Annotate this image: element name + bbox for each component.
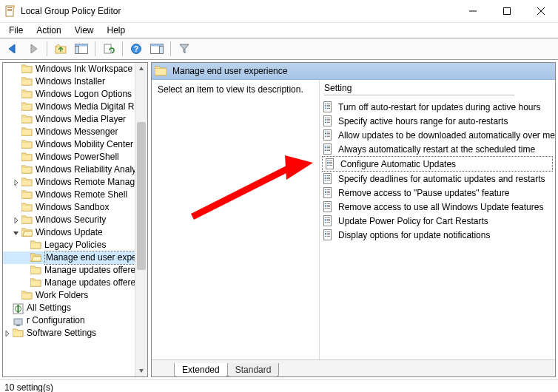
tree-item-label: Software Settings bbox=[27, 327, 96, 339]
svg-rect-68 bbox=[325, 177, 326, 178]
svg-rect-71 bbox=[327, 178, 330, 179]
help-icon[interactable]: ? bbox=[127, 40, 146, 58]
folder-icon bbox=[21, 190, 33, 200]
tree-item[interactable]: Windows Sandbox bbox=[3, 201, 147, 214]
svg-rect-76 bbox=[327, 189, 330, 190]
menu-action[interactable]: Action bbox=[30, 24, 67, 37]
tree-item[interactable]: Manage end user expe bbox=[3, 251, 147, 264]
folder-icon bbox=[21, 115, 33, 124]
close-button[interactable] bbox=[524, 0, 558, 22]
menu-help[interactable]: Help bbox=[101, 24, 132, 37]
setting-row[interactable]: Display options for update notifications bbox=[320, 228, 555, 242]
tree-item[interactable]: Software Settings bbox=[3, 327, 147, 339]
setting-row[interactable]: Update Power Policy for Cart Restarts bbox=[320, 214, 555, 228]
setting-label: Turn off auto-restart for updates during… bbox=[338, 102, 540, 112]
expander-placeholder bbox=[21, 254, 30, 263]
svg-rect-28 bbox=[327, 108, 330, 109]
setting-row[interactable]: Remove access to use all Windows Update … bbox=[320, 200, 555, 214]
tree-item[interactable]: Windows Mobility Center bbox=[3, 138, 147, 151]
tree-item[interactable]: Windows Remote Manage bbox=[3, 176, 147, 189]
setting-label: Update Power Policy for Cart Restarts bbox=[338, 216, 488, 226]
menu-view[interactable]: View bbox=[69, 24, 100, 37]
tree-item[interactable]: All Settings bbox=[3, 302, 147, 314]
setting-row[interactable]: Configure Automatic Updates bbox=[322, 156, 553, 172]
svg-rect-57 bbox=[327, 160, 329, 161]
tree-item[interactable]: r Configuration bbox=[3, 314, 147, 327]
setting-label: Remove access to "Pause updates" feature bbox=[338, 188, 509, 198]
tree-item[interactable]: Windows Reliability Analys bbox=[3, 163, 147, 176]
svg-rect-19 bbox=[16, 325, 20, 326]
tree-item[interactable]: Work Folders bbox=[3, 289, 147, 302]
folder-icon bbox=[30, 278, 41, 288]
svg-rect-35 bbox=[327, 121, 330, 121]
tree-item[interactable]: Windows Remote Shell bbox=[3, 189, 147, 201]
folder-icon bbox=[21, 165, 33, 175]
svg-rect-85 bbox=[327, 203, 330, 204]
tree-item[interactable]: Manage updates offere bbox=[3, 264, 147, 277]
show-hide-tree-icon[interactable] bbox=[72, 40, 91, 58]
expander-placeholder bbox=[12, 203, 21, 212]
tree-item-label: Windows Messenger bbox=[36, 126, 118, 138]
setting-row[interactable]: Remove access to "Pause updates" feature bbox=[320, 186, 555, 200]
setting-row[interactable]: Allow updates to be downloaded automatic… bbox=[320, 128, 555, 142]
tree-item[interactable]: Windows Update bbox=[3, 226, 147, 239]
svg-rect-106 bbox=[325, 234, 326, 235]
expander-placeholder bbox=[12, 128, 21, 137]
chevron-right-icon[interactable] bbox=[12, 178, 21, 187]
svg-rect-99 bbox=[325, 222, 326, 223]
tab-standard[interactable]: Standard bbox=[227, 363, 280, 377]
tree-item[interactable]: Manage updates offere bbox=[3, 277, 147, 289]
tree-item[interactable]: Windows Messenger bbox=[3, 126, 147, 138]
setting-row[interactable]: Turn off auto-restart for updates during… bbox=[320, 100, 555, 114]
tree-item-label: Windows Reliability Analys bbox=[36, 163, 141, 176]
app-icon bbox=[4, 5, 16, 17]
svg-rect-55 bbox=[327, 150, 330, 151]
tree-item[interactable]: Windows Installer bbox=[3, 75, 147, 88]
tree-item[interactable]: Windows Media Digital Rig bbox=[3, 101, 147, 113]
tree-scrollbar[interactable] bbox=[135, 63, 147, 376]
setting-row[interactable]: Specify deadlines for automatic updates … bbox=[320, 172, 555, 186]
tree-item[interactable]: Windows Media Player bbox=[3, 113, 147, 126]
menu-file[interactable]: File bbox=[3, 24, 29, 37]
svg-rect-39 bbox=[325, 132, 326, 132]
setting-row[interactable]: Specify active hours range for auto-rest… bbox=[320, 114, 555, 128]
svg-rect-94 bbox=[327, 217, 330, 218]
settings-column-header[interactable]: Setting bbox=[320, 80, 555, 98]
tree-item[interactable]: Legacy Policies bbox=[3, 239, 147, 251]
tree-item[interactable]: Windows Logon Options bbox=[3, 88, 147, 101]
window-titlebar: Local Group Policy Editor bbox=[0, 0, 558, 23]
tree-item[interactable]: Windows PowerShell bbox=[3, 151, 147, 163]
tree-item-label: r Configuration bbox=[27, 314, 85, 327]
tree-item[interactable]: Windows Security bbox=[3, 214, 147, 226]
maximize-button[interactable] bbox=[490, 0, 524, 22]
chevron-right-icon[interactable] bbox=[12, 216, 21, 225]
show-hide-action-icon[interactable] bbox=[147, 40, 167, 58]
scrollbar-thumb[interactable] bbox=[137, 122, 146, 270]
minimize-button[interactable] bbox=[456, 0, 490, 22]
back-icon[interactable] bbox=[3, 40, 22, 58]
scroll-up-icon[interactable] bbox=[135, 63, 147, 75]
tree-item[interactable]: Windows Ink Workspace bbox=[3, 63, 147, 75]
svg-rect-22 bbox=[327, 104, 330, 104]
refresh-icon[interactable] bbox=[99, 40, 118, 58]
policy-icon bbox=[323, 173, 334, 184]
up-folder-icon[interactable] bbox=[51, 40, 70, 58]
tab-extended[interactable]: Extended bbox=[174, 363, 228, 377]
svg-text:?: ? bbox=[134, 45, 138, 53]
forward-icon[interactable] bbox=[24, 40, 43, 58]
svg-rect-14 bbox=[160, 47, 164, 54]
filter-icon[interactable] bbox=[175, 40, 194, 58]
svg-rect-30 bbox=[325, 118, 326, 118]
folder-icon bbox=[30, 240, 41, 250]
tree-item-label: Manage updates offere bbox=[44, 277, 135, 289]
scroll-down-icon[interactable] bbox=[135, 365, 147, 376]
svg-rect-45 bbox=[325, 136, 326, 137]
chevron-right-icon[interactable] bbox=[3, 329, 12, 338]
svg-rect-58 bbox=[329, 160, 332, 161]
chevron-down-icon[interactable] bbox=[12, 229, 21, 237]
setting-row[interactable]: Always automatically restart at the sche… bbox=[320, 142, 555, 156]
svg-rect-2 bbox=[7, 9, 12, 10]
expander-placeholder bbox=[12, 115, 21, 124]
svg-rect-82 bbox=[327, 194, 330, 195]
svg-rect-40 bbox=[327, 132, 330, 132]
